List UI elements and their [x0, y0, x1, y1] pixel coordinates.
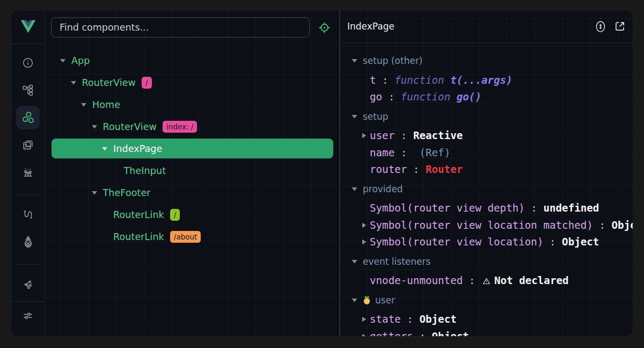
pinia-icon [21, 235, 35, 249]
state-field[interactable]: go : function go() [340, 89, 633, 106]
state-field[interactable]: Symbol(router view location matched) : O… [340, 217, 633, 234]
field-key: name [370, 147, 394, 159]
search-input[interactable] [51, 17, 310, 38]
caret-down-icon [351, 59, 358, 63]
caret-down-icon [91, 191, 98, 195]
open-in-editor-icon [613, 20, 626, 33]
field-key: Symbol(router view location matched) [370, 219, 593, 231]
field-value: t(...args) [450, 74, 513, 86]
assets-icon [21, 139, 34, 151]
state-field[interactable]: t : function t(...args) [340, 72, 633, 89]
tree-row-routerview[interactable]: RouterViewindex: / [52, 115, 333, 137]
field-value: Object [612, 219, 633, 231]
state-field[interactable]: Symbol(router view depth) : undefined [340, 200, 633, 217]
sidebar-item-overview[interactable] [15, 49, 41, 76]
tree-row-routerlink[interactable]: RouterLink/about [52, 226, 333, 248]
caret-down-icon [70, 81, 77, 85]
field-value: Object [432, 330, 469, 336]
vue-logo [11, 10, 45, 44]
caret-right-icon [362, 239, 367, 245]
info-icon [21, 56, 34, 69]
tree-row-indexpage[interactable]: IndexPage [52, 139, 333, 158]
field-key: Symbol(router view location) [370, 236, 543, 248]
field-value: function [394, 74, 450, 86]
open-in-editor-button[interactable] [613, 20, 626, 33]
state-field[interactable]: user : Reactive [340, 127, 633, 144]
component-name: RouterView [82, 77, 136, 88]
state-field[interactable]: vnode-unmounted : Not declared [340, 272, 633, 289]
field-key: getters [370, 330, 413, 336]
state-field[interactable]: router : Router [340, 161, 633, 178]
sidebar-bottom [11, 301, 45, 336]
sidebar-item-timeline[interactable] [15, 158, 41, 186]
devtools-window: AppRouterView/HomeRouterViewindex: /Inde… [11, 10, 633, 337]
field-value: function [401, 91, 457, 103]
sidebar-item-components[interactable] [15, 104, 41, 131]
tree-row-app[interactable]: App [52, 49, 333, 71]
component-name: RouterView [103, 121, 157, 132]
field-key: state [370, 313, 401, 325]
state-field[interactable]: name : (Ref) [340, 144, 633, 162]
inspector-header: IndexPage [340, 10, 633, 43]
caret-down-icon [351, 298, 358, 302]
state-section-header[interactable]: provided [340, 180, 633, 198]
vue-logo-icon [19, 19, 37, 35]
field-key: Symbol(router view depth) [370, 202, 525, 214]
tree-row-thefooter[interactable]: TheFooter [52, 182, 333, 204]
section-label: provided [363, 184, 403, 194]
settings-icon [21, 309, 34, 322]
caret-down-icon [91, 125, 98, 129]
component-tree: AppRouterView/HomeRouterViewindex: /Inde… [45, 49, 339, 248]
sidebar-divider [17, 194, 40, 195]
sidebar-item-pages[interactable] [15, 76, 41, 104]
field-value: Reactive [413, 129, 463, 142]
state-field[interactable]: getters : Object [340, 328, 633, 337]
tree-row-routerview[interactable]: RouterView/ [52, 71, 333, 93]
sidebar-item-assets[interactable] [15, 131, 41, 158]
state-section-header[interactable]: setup [340, 108, 633, 125]
sidebar-item-pinia[interactable] [15, 228, 41, 256]
field-key: user [370, 129, 394, 142]
inspector-actions [594, 20, 626, 33]
component-name: IndexPage [113, 143, 162, 154]
caret-down-icon [60, 59, 66, 63]
route-badge: index: / [163, 121, 197, 133]
router-icon [21, 208, 34, 221]
caret-down-icon [351, 187, 358, 191]
component-name: TheInput [124, 165, 166, 176]
scroll-to-component-button[interactable] [594, 20, 607, 33]
field-value: go() [457, 91, 481, 103]
components-icon [21, 111, 35, 124]
caret-right-icon [362, 133, 367, 139]
component-name: App [71, 55, 90, 66]
field-value: Router [426, 163, 463, 176]
route-badge: / [142, 77, 152, 89]
state-section-header[interactable]: user [340, 292, 633, 309]
state-section-header[interactable]: event listeners [340, 253, 633, 270]
tree-row-home[interactable]: Home [52, 93, 333, 115]
sidebar-item-router[interactable] [15, 201, 41, 228]
state-field[interactable]: Symbol(router view location) : Object [340, 234, 633, 251]
section-label: setup [363, 111, 389, 122]
component-name: RouterLink [113, 209, 164, 220]
tree-row-theinput[interactable]: TheInput [52, 160, 333, 182]
field-value: undefined [543, 202, 599, 214]
field-key: router [370, 163, 407, 176]
sidebar-item-settings[interactable] [15, 302, 41, 336]
field-key: vnode-unmounted [370, 274, 463, 287]
caret-down-icon [351, 114, 358, 119]
caret-down-icon [101, 147, 108, 151]
field-value: Object [419, 313, 456, 325]
section-label: user [375, 295, 395, 306]
component-tree-panel: AppRouterView/HomeRouterViewindex: /Inde… [45, 10, 339, 336]
state-field[interactable]: state : Object [340, 311, 633, 328]
state-section-header[interactable]: setup (other) [340, 52, 633, 69]
field-key: t [370, 74, 376, 86]
sidebar-item-graph[interactable] [15, 271, 41, 298]
target-icon [318, 21, 331, 34]
field-value: Not declared [494, 274, 569, 287]
tree-row-routerlink[interactable]: RouterLink/ [52, 204, 333, 226]
field-value: Object [562, 236, 599, 248]
caret-right-icon [362, 222, 367, 228]
select-component-button[interactable] [317, 20, 331, 34]
